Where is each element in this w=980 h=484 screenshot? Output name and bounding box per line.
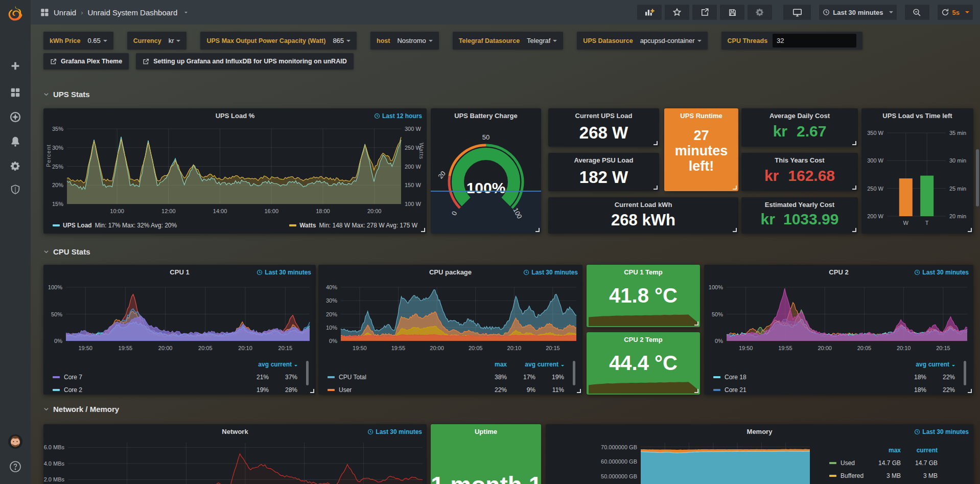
panel-title[interactable]: UPS Battery Charge bbox=[436, 112, 536, 120]
alerting-bell-icon[interactable] bbox=[0, 133, 31, 150]
legend-col-max[interactable]: max bbox=[864, 447, 901, 454]
svg-text:19:50: 19:50 bbox=[739, 345, 753, 351]
panel-title[interactable]: CPU 1 Temp bbox=[607, 268, 680, 276]
breadcrumb-app[interactable]: Unraid bbox=[54, 8, 76, 17]
section-network-memory[interactable]: Network / Memory bbox=[43, 405, 119, 413]
share-button[interactable] bbox=[692, 5, 717, 20]
variable-host: host Nostromo bbox=[370, 32, 439, 50]
panel-time-override[interactable]: Last 30 minutes bbox=[914, 269, 969, 276]
variable-value-dropdown[interactable]: 865 bbox=[333, 37, 351, 44]
legend-col-current[interactable]: current bbox=[269, 361, 297, 368]
variable-value-dropdown[interactable]: apcupsd-container bbox=[640, 37, 702, 44]
favorite-star-button[interactable] bbox=[665, 5, 689, 20]
legend-item[interactable]: UPS Load Min: 17% Max: 32% Avg: 20% bbox=[53, 222, 177, 229]
external-link-icon bbox=[50, 58, 57, 65]
cpu-threads-input[interactable] bbox=[773, 34, 856, 48]
panel-title[interactable]: Memory bbox=[566, 428, 953, 435]
panel-current-load-kwh: Current Load kWh 268 kWh bbox=[548, 197, 738, 234]
svg-text:25%: 25% bbox=[52, 164, 63, 170]
panel-time-override[interactable]: Last 12 hours bbox=[374, 112, 422, 120]
cycle-view-monitor-button[interactable] bbox=[783, 5, 811, 20]
currency-prefix: kr bbox=[761, 211, 775, 227]
page-scrollbar[interactable] bbox=[976, 149, 979, 206]
time-range-label: Last 30 minutes bbox=[833, 9, 883, 16]
legend-col-avg[interactable]: avg bbox=[507, 361, 535, 368]
variable-value-dropdown[interactable]: 0.65 bbox=[87, 37, 107, 44]
panel-uptime: Uptime 1 month 1 bbox=[431, 424, 541, 484]
panel-title[interactable]: Current Load kWh bbox=[569, 201, 718, 209]
svg-text:4.0 MBs: 4.0 MBs bbox=[44, 460, 65, 467]
panel-title[interactable]: This Years Cost bbox=[746, 156, 853, 164]
svg-text:6.0 MBs: 6.0 MBs bbox=[44, 444, 65, 450]
panel-title[interactable]: UPS Load % bbox=[64, 112, 406, 120]
chevron-down-icon bbox=[43, 91, 49, 97]
panel-title[interactable]: Estimated Yearly Cost bbox=[746, 201, 853, 209]
link-ups-monitoring-guide[interactable]: Setting up Grafana and InfluxDB for UPS … bbox=[136, 53, 353, 70]
save-button[interactable] bbox=[720, 5, 744, 20]
svg-text:300 W: 300 W bbox=[867, 157, 883, 164]
ups-load-vs-time-chart[interactable]: 350 W35 min300 W30 min250 W25 min200 W20… bbox=[861, 108, 973, 234]
zoom-out-button[interactable] bbox=[905, 5, 929, 20]
breadcrumb-page[interactable]: Unraid System Dashboard bbox=[88, 8, 178, 17]
variable-value-dropdown[interactable]: Nostromo bbox=[397, 37, 432, 44]
variable-value-dropdown[interactable]: kr bbox=[169, 37, 181, 44]
dashboard-grid-icon[interactable] bbox=[40, 8, 49, 17]
chart-legend: max current Used 14.7 GB 14.7 GB Buffere… bbox=[829, 444, 938, 482]
legend-item[interactable]: Watts Min: 148 W Max: 278 W Avg: 175 W bbox=[289, 222, 417, 229]
variable-value-dropdown[interactable]: Telegraf bbox=[527, 37, 557, 44]
create-add-icon[interactable] bbox=[0, 57, 31, 75]
panel-title[interactable]: Current UPS Load bbox=[553, 112, 654, 120]
add-panel-button[interactable] bbox=[637, 5, 662, 20]
section-cpu-stats[interactable]: CPU Stats bbox=[43, 247, 90, 256]
svg-text:19:55: 19:55 bbox=[391, 345, 406, 351]
legend-scrollbar[interactable] bbox=[306, 361, 309, 385]
svg-text:60.000000 GB: 60.000000 GB bbox=[601, 458, 637, 465]
panel-title[interactable]: Uptime bbox=[451, 428, 521, 435]
panel-time-override[interactable]: Last 30 minutes bbox=[523, 269, 578, 276]
ups-battery-gauge[interactable]: 02050100100% bbox=[431, 122, 541, 234]
svg-text:30%: 30% bbox=[326, 297, 337, 304]
legend-swatch bbox=[53, 224, 60, 226]
panel-time-override[interactable]: Last 30 minutes bbox=[367, 428, 422, 435]
clock-icon bbox=[914, 269, 920, 275]
legend-scrollbar[interactable] bbox=[573, 361, 575, 385]
configuration-gear-icon[interactable] bbox=[0, 157, 31, 175]
svg-text:70.000000 GB: 70.000000 GB bbox=[601, 444, 637, 450]
breadcrumb-caret-icon[interactable] bbox=[184, 12, 188, 13]
chevron-down-icon bbox=[43, 406, 49, 412]
panel-title[interactable]: Average Daily Cost bbox=[746, 112, 853, 120]
panel-title[interactable]: UPS Runtime bbox=[667, 112, 735, 120]
panel-title[interactable]: UPS Load vs Time left bbox=[866, 112, 969, 120]
legend-col-avg[interactable]: avg bbox=[898, 361, 926, 368]
legend-col-max[interactable]: max bbox=[478, 361, 507, 368]
panel-title[interactable]: CPU 2 Temp bbox=[607, 336, 680, 343]
legend-col-current[interactable]: current bbox=[535, 361, 564, 368]
legend-col-current[interactable]: current bbox=[926, 361, 955, 368]
dashboard-variables: kWh Price 0.65 Currency kr UPS Max Outpu… bbox=[43, 32, 862, 50]
refresh-picker[interactable]: 5s bbox=[938, 5, 973, 20]
server-admin-shield-icon[interactable] bbox=[0, 181, 31, 198]
panel-cpu-1-temp: CPU 1 Temp 41.8 °C bbox=[587, 265, 700, 327]
panel-title[interactable]: Average PSU Load bbox=[553, 156, 654, 164]
legend-row: Core 2 19% 28% bbox=[53, 383, 297, 396]
link-grafana-plex-theme[interactable]: Grafana Plex Theme bbox=[43, 53, 129, 70]
time-range-picker[interactable]: Last 30 minutes bbox=[819, 5, 896, 20]
legend-scrollbar[interactable] bbox=[964, 361, 966, 385]
grafana-logo-icon[interactable] bbox=[0, 4, 31, 22]
user-avatar[interactable] bbox=[0, 432, 31, 451]
panel-time-override[interactable]: Last 30 minutes bbox=[256, 269, 311, 276]
legend-col-avg[interactable]: avg bbox=[240, 361, 269, 368]
panel-title[interactable]: Network bbox=[64, 428, 406, 435]
panel-time-override[interactable]: Last 30 minutes bbox=[914, 428, 969, 435]
ups-load-chart[interactable]: 10:0012:0014:0016:0018:0020:0035%300 W30… bbox=[43, 108, 427, 234]
dashboard-settings-button[interactable] bbox=[748, 5, 772, 20]
help-icon[interactable] bbox=[0, 458, 31, 475]
explore-compass-icon[interactable] bbox=[0, 108, 31, 126]
svg-text:20:00: 20:00 bbox=[158, 345, 173, 351]
legend-col-current[interactable]: current bbox=[901, 447, 938, 454]
dashboards-icon[interactable] bbox=[0, 84, 31, 101]
svg-text:W: W bbox=[903, 220, 909, 226]
chart-legend: UPS Load Min: 17% Max: 32% Avg: 20% Watt… bbox=[53, 222, 417, 229]
section-ups-stats[interactable]: UPS Stats bbox=[43, 90, 90, 99]
cpu-2-temp-sparkline bbox=[587, 376, 700, 394]
